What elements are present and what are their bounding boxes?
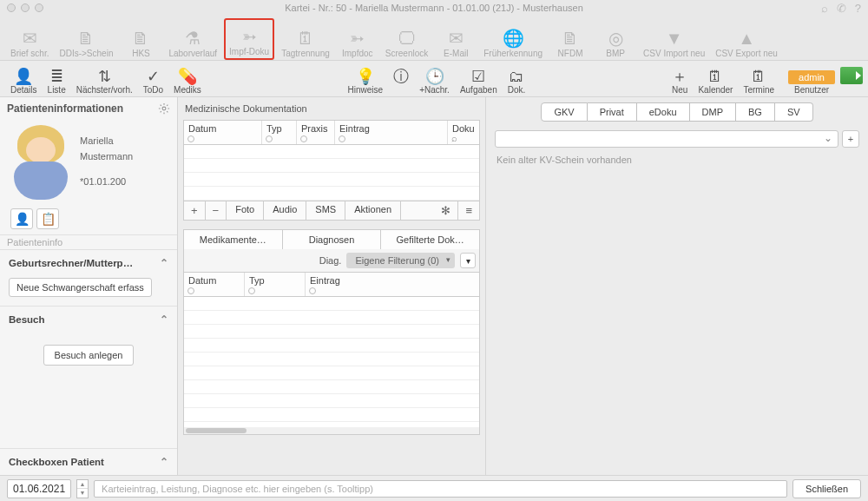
insurance-tab-privat[interactable]: Privat (588, 102, 637, 122)
insurance-tab-edoku[interactable]: eDoku (637, 102, 690, 122)
remove-row-button[interactable]: − (206, 201, 227, 220)
list-icon: ≣ (50, 68, 63, 85)
date-stepper[interactable]: ▲▼ (76, 479, 89, 498)
section-geburtsrechner[interactable]: Geburtsrechner/Mutterp… ⌃ (0, 250, 177, 276)
toolbar-csv-export-neu[interactable]: ▲CSV Export neu (712, 18, 781, 60)
syringe-icon: ➳ (345, 28, 370, 49)
toolbar-bmp[interactable]: ◎BMP (595, 18, 636, 60)
add-row-button[interactable]: + (184, 201, 206, 220)
toolbar-tagtrennung[interactable]: 🗓Tagtrennung (278, 18, 333, 60)
neue-schwangerschaft-button[interactable]: Neue Schwangerschaft erfass (9, 278, 152, 297)
entry-input[interactable]: Karteieintrag, Leistung, Diagnose etc. h… (94, 480, 787, 498)
col-typ[interactable]: Typ (262, 121, 297, 144)
patient-lastname: Mustermann (80, 149, 133, 165)
tab-diagnosen[interactable]: Diagnosen (283, 229, 382, 249)
tb2-neu[interactable]: ＋Neu (667, 68, 693, 95)
toolbar-hks[interactable]: 🗎HKS (120, 18, 161, 60)
add-kv-button[interactable]: + (842, 130, 859, 148)
filter-dropdown[interactable]: Eigene Filterung (0) (346, 253, 455, 268)
flask-icon: ⚗ (181, 28, 205, 49)
tab-medikamente[interactable]: Medikamente… (183, 229, 283, 249)
tb2-kalender[interactable]: 🗓Kalender (693, 68, 738, 95)
clipboard-button[interactable]: 📋 (36, 208, 59, 229)
toolbar-csv-import-neu[interactable]: ▼CSV Import neu (640, 18, 708, 60)
insurance-tab-sv[interactable]: SV (775, 102, 813, 122)
doc-x-icon: 🗎 (558, 28, 582, 49)
toolbar-ddis-schein[interactable]: 🗎DDIs->Schein (56, 18, 116, 60)
folder-icon: 🗂 (509, 68, 524, 85)
admin-button[interactable]: admin (788, 70, 835, 84)
meddoc-title: Medizinische Dokumentation (183, 101, 480, 116)
toolbar-fr-herkennung[interactable]: 🌐Früherkennung (480, 18, 546, 60)
section-checkboxen[interactable]: Checkboxen Patient ⌃ (0, 449, 177, 475)
filter-icon[interactable]: ▾ (460, 253, 476, 268)
toolbar-nfdm[interactable]: 🗎NFDM (549, 18, 591, 60)
toolbar-impfdoc[interactable]: ➳Impfdoc (337, 18, 378, 60)
col2-datum[interactable]: Datum (184, 273, 245, 296)
tb2-n-chster-vorh-[interactable]: ⇅Nächster/vorh. (71, 68, 138, 95)
date-input[interactable]: 01.06.2021 (7, 479, 71, 498)
foto-button[interactable]: Foto (227, 201, 264, 220)
info-icon: ⓘ (393, 68, 409, 85)
list-icon[interactable]: ≡ (458, 201, 479, 220)
diag-label: Diag. (319, 255, 342, 266)
insurance-tab-bg[interactable]: BG (736, 102, 775, 122)
gear-icon[interactable] (158, 102, 170, 115)
toolbar-impf-doku[interactable]: ➳Impf-Doku (224, 18, 274, 60)
filtered-table: Datum Typ Eintrag (183, 273, 480, 435)
clock-icon: 🕒 (425, 68, 444, 85)
col2-typ[interactable]: Typ (245, 273, 306, 296)
audio-button[interactable]: Audio (264, 201, 306, 220)
chevron-up-icon: ⌃ (160, 313, 168, 326)
person-button[interactable]: 👤 (10, 208, 33, 229)
tb2-termine[interactable]: 🗓Termine (738, 68, 779, 95)
sms-button[interactable]: SMS (306, 201, 345, 220)
tb2-dok-[interactable]: 🗂Dok. (503, 68, 531, 95)
syringe-icon: ➳ (237, 26, 261, 47)
tb2-details[interactable]: 👤Details (5, 68, 43, 95)
plus-icon: ＋ (672, 68, 687, 85)
col-doku[interactable]: Doku (448, 121, 479, 144)
checklist-icon: ☑ (471, 68, 485, 85)
chevron-up-icon: ⌃ (160, 456, 168, 468)
chevron-up-icon: ⌃ (160, 257, 168, 269)
tb2-hinweise[interactable]: 💡Hinweise (343, 68, 389, 95)
arrows-icon: ⇅ (98, 68, 111, 85)
toolbar-brief-schr-[interactable]: ✉Brief schr. (7, 18, 52, 60)
tb2-liste[interactable]: ≣Liste (43, 68, 71, 95)
documentation-panel: Medizinische Dokumentation Datum Typ Pra… (178, 97, 486, 475)
col2-eintrag[interactable]: Eintrag (306, 273, 479, 296)
titlebar: Kartei - Nr.: 50 - Mariella Mustermann -… (0, 0, 868, 16)
tb2-info-icon[interactable]: ⓘ (388, 68, 414, 95)
tb2-aufgaben[interactable]: ☑Aufgaben (455, 68, 503, 95)
exit-button[interactable] (840, 67, 863, 84)
window-title: Kartei - Nr.: 50 - Mariella Mustermann -… (0, 3, 868, 13)
check-icon: ✓ (147, 68, 160, 85)
toolbar-e-mail[interactable]: ✉E-Mail (435, 18, 477, 60)
globe-icon: 🌐 (501, 28, 525, 49)
aktionen-button[interactable]: Aktionen (345, 201, 401, 220)
section-besuch[interactable]: Besuch ⌃ (0, 307, 177, 333)
tb2-mediks[interactable]: 💊Mediks (168, 68, 207, 95)
col-eintrag[interactable]: Eintrag (335, 121, 448, 144)
horizontal-scrollbar[interactable] (184, 427, 479, 434)
pill-icon: 💊 (178, 68, 197, 85)
bulb-icon: 💡 (356, 68, 375, 85)
patient-sidebar: Patienteninformationen 👤 📋 Mariella Must… (0, 97, 178, 475)
toolbar-laborverlauf[interactable]: ⚗Laborverlauf (165, 18, 220, 60)
insurance-tab-dmp[interactable]: DMP (690, 102, 736, 122)
close-button[interactable]: Schließen (792, 479, 861, 498)
settings-icon[interactable]: ✻ (434, 201, 458, 220)
insurance-panel: GKVPrivateDokuDMPBGSV + Kein alter KV-Sc… (486, 97, 868, 475)
toolbar-screenlock[interactable]: 🖵Screenlock (382, 18, 431, 60)
tb2-todo[interactable]: ✓ToDo (138, 68, 168, 95)
col-datum[interactable]: Datum (184, 121, 262, 144)
besuch-anlegen-button[interactable]: Besuch anlegen (43, 345, 135, 366)
insurance-tab-gkv[interactable]: GKV (541, 102, 587, 122)
calendar-split-icon: 🗓 (293, 28, 318, 49)
col-praxis[interactable]: Praxis (297, 121, 335, 144)
main-toolbar: ✉Brief schr.🗎DDIs->Schein🗎HKS⚗Laborverla… (0, 16, 868, 61)
tab-gefilterte[interactable]: Gefilterte Dok… (381, 229, 480, 249)
kv-select[interactable] (495, 130, 838, 148)
tb2--nachr-[interactable]: 🕒+Nachr. (414, 68, 455, 95)
